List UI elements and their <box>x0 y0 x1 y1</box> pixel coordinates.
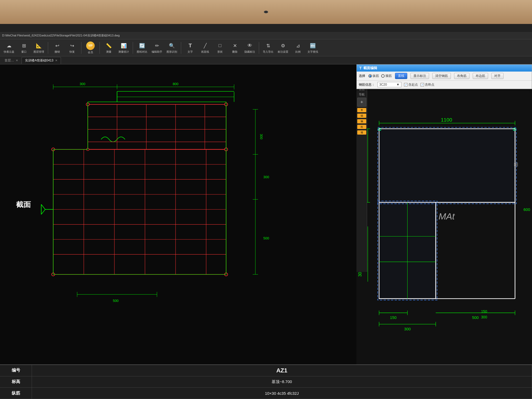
checkbox-end[interactable]: ✓ 含终点 <box>421 82 434 87</box>
redo-icon: ↪ <box>68 42 76 49</box>
tab-home-close[interactable]: ✕ <box>16 59 18 62</box>
label-zongjin: 纵筋 <box>0 388 32 399</box>
svg-text:300: 300 <box>80 82 85 86</box>
rebar-select[interactable]: 3C20 ▼ <box>377 82 401 87</box>
measure-stat-icon: 📊 <box>120 42 127 49</box>
nav-sidebar: 首层 导航 + 常 础 轴 柱 墙 <box>356 86 367 272</box>
svg-text:300: 300 <box>404 327 411 331</box>
delete-icon: ✕ <box>231 42 239 49</box>
line-btn[interactable]: 直线 <box>395 73 407 79</box>
scale-icon: ⊿ <box>294 42 302 49</box>
tab-main[interactable]: 实训楼A馆基础0413 ✕ <box>22 57 61 64</box>
layer-axis-label: 轴 <box>361 120 363 123</box>
dropdown-arrow-icon: ▼ <box>396 83 400 86</box>
align-btn[interactable]: 对齐 <box>491 73 504 79</box>
svg-text:300: 300 <box>481 315 487 319</box>
layer-common[interactable]: 常 <box>357 108 366 112</box>
layer-axis[interactable]: 轴 <box>357 119 366 123</box>
radio-follow-bar-circle <box>368 74 372 78</box>
toolbar-delete[interactable]: ✕ 删除 <box>228 40 242 55</box>
nav-label: 导航 <box>357 93 366 97</box>
text-find-icon: 🔤 <box>309 42 317 49</box>
laptop-bezel <box>0 0 532 32</box>
toolbar-scale[interactable]: ⊿ 比例 <box>291 40 305 55</box>
svg-text:截面: 截面 <box>16 201 31 209</box>
arrange-edge-btn[interactable]: 布边筋 <box>473 73 488 79</box>
bottom-bar: 编号 AZ1 标高 基顶~8.700 纵筋 10×30 4c35 4fc32J <box>0 364 532 399</box>
toolbar-import-export[interactable]: ⇅ 导入导出 <box>261 40 275 55</box>
select-label: 选择 <box>359 74 365 78</box>
dialog-title-text: 截面编辑 <box>363 66 377 70</box>
toolbar-text[interactable]: T 文字 <box>183 40 197 55</box>
toolbar-cloud[interactable]: ☁ 快着云盘 <box>2 40 16 55</box>
app-window: D:\WeChat Files\wxid_624231wdczut22\File… <box>0 32 532 399</box>
dialog-title-icon: T <box>359 66 362 70</box>
svg-text:1100: 1100 <box>441 117 452 123</box>
title-bar: D:\WeChat Files\wxid_624231wdczut22\File… <box>0 32 532 39</box>
value-biaogao: 基顶~8.700 <box>32 376 532 388</box>
layer-foundation-label: 础 <box>361 114 363 118</box>
toolbar-draw-line[interactable]: ╱ 画直线 <box>198 40 212 55</box>
svg-text:MAt: MAt <box>439 211 455 221</box>
vip-badge: VIP <box>86 41 95 50</box>
toolbar: ☁ 快着云盘 ⊞ 窗口 📐 图层管理 ↩ 撤销 ↪ 快复 VIP 会员 📏 测量 <box>0 39 532 56</box>
dialog-title: T 截面编辑 <box>357 65 532 72</box>
label-bianhao: 编号 <box>0 365 32 376</box>
radio-stirrup-circle <box>381 74 385 78</box>
toolbar-shape-recog[interactable]: 🔍 图形识别 <box>165 40 179 55</box>
toolbar-hide-annot[interactable]: 👁 隐藏标注 <box>243 40 257 55</box>
toolbar-vip[interactable]: VIP 会员 <box>84 40 97 55</box>
second-view[interactable]: 1100 <box>356 86 532 364</box>
bottom-row-1: 编号 AZ1 <box>0 365 532 376</box>
toolbar-drawing-mgr[interactable]: 📐 图层管理 <box>32 40 46 55</box>
toolbar-undo[interactable]: ↩ 撤销 <box>50 40 64 55</box>
checkbox-start[interactable]: ✓ 含起点 <box>404 82 418 87</box>
toolbar-dim-settings[interactable]: ⚙ 标注设置 <box>276 40 290 55</box>
radio-stirrup[interactable]: 箍筋 <box>381 74 392 78</box>
svg-text:150: 150 <box>481 309 487 314</box>
right-panel: T 截面编辑 选择 纵筋 箍筋 直线 <box>356 64 532 364</box>
sep3 <box>99 42 100 54</box>
svg-text:150: 150 <box>390 315 397 320</box>
arrange-corner-btn[interactable]: 布角筋 <box>454 73 469 79</box>
checkbox-start-box: ✓ <box>404 83 408 86</box>
dialog-toolbar-row1: 选择 纵筋 箍筋 直线 显示标注 清空钢筋 布角筋 <box>357 72 532 81</box>
drawing-canvas[interactable]: 300 800 300 300 <box>0 64 356 364</box>
layer-wall-label: 墙 <box>361 131 363 134</box>
tab-bar: 首层… ✕ 实训楼A馆基础0413 ✕ <box>0 56 532 64</box>
text-icon: T <box>186 42 194 49</box>
tab-home[interactable]: 首层… ✕ <box>1 57 22 64</box>
import-export-icon: ⇅ <box>264 42 272 49</box>
toolbar-compare[interactable]: 🔄 图纸对比 <box>135 40 149 55</box>
layer-foundation[interactable]: 础 <box>357 114 366 118</box>
display-btn[interactable]: 显示标注 <box>410 73 429 79</box>
svg-text:300: 300 <box>263 175 269 179</box>
file-path: D:\WeChat Files\wxid_624231wdczut22\File… <box>2 34 120 38</box>
toolbar-measure-stat[interactable]: 📊 测量统计 <box>117 40 131 55</box>
svg-text:⊞: ⊞ <box>514 161 518 168</box>
label-biaogao: 标高 <box>0 376 32 388</box>
toolbar-window[interactable]: ⊞ 窗口 <box>17 40 31 55</box>
layer-column[interactable]: 柱 <box>357 125 366 129</box>
radio-follow-bar[interactable]: 纵筋 <box>368 74 379 78</box>
toolbar-shape[interactable]: □ 形状 <box>213 40 227 55</box>
hide-annot-icon: 👁 <box>246 42 253 49</box>
left-svg: 300 800 300 300 <box>0 64 356 364</box>
undo-icon: ↩ <box>53 42 61 49</box>
toolbar-edit-helper[interactable]: ✏ 编辑助手 <box>150 40 164 55</box>
tab-main-close[interactable]: ✕ <box>55 59 57 62</box>
shape-icon: □ <box>216 42 224 49</box>
measure-icon: 📏 <box>105 42 113 49</box>
value-bianhao: AZ1 <box>32 365 532 376</box>
sep2 <box>81 42 81 54</box>
section-dialog: T 截面编辑 选择 纵筋 箍筋 直线 <box>356 64 532 89</box>
nav-plus-btn[interactable]: + <box>357 98 366 107</box>
sep4 <box>133 42 133 54</box>
toolbar-text-find[interactable]: 🔤 文字查找 <box>306 40 320 55</box>
clear-btn[interactable]: 清空钢筋 <box>432 73 451 79</box>
layer-common-label: 常 <box>361 109 363 112</box>
toolbar-redo[interactable]: ↪ 快复 <box>65 40 79 55</box>
layer-wall[interactable]: 墙 <box>357 130 366 135</box>
toolbar-measure[interactable]: 📏 测量 <box>102 40 116 55</box>
svg-text:500: 500 <box>113 299 119 303</box>
